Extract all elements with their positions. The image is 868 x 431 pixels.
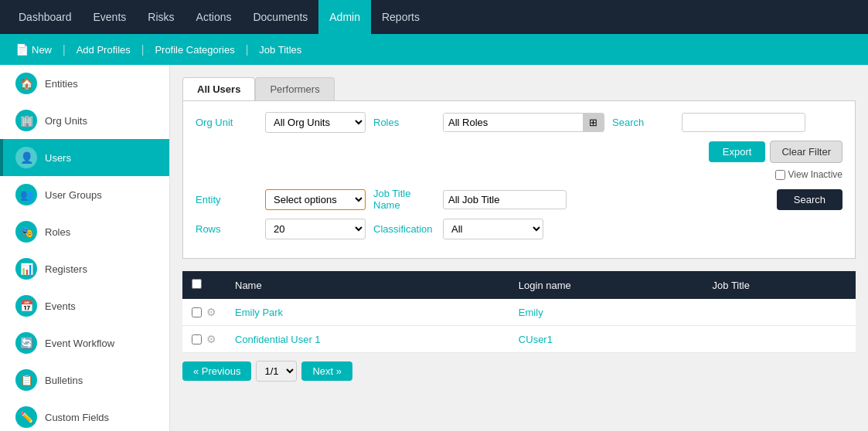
sub-nav-new[interactable]: 📄 New bbox=[9, 43, 58, 56]
select-all-checkbox[interactable] bbox=[192, 279, 202, 289]
row-checkbox-col: ⚙ bbox=[182, 299, 226, 325]
tabs: All Users Performers bbox=[182, 77, 856, 100]
filter-row-2: Entity Select options Job Title Name Sea… bbox=[196, 188, 842, 211]
nav-reports[interactable]: Reports bbox=[371, 0, 431, 34]
table-body: ⚙ Emily Park Emily ⚙ C bbox=[182, 299, 856, 353]
user-link-confidential[interactable]: Confidential User 1 bbox=[235, 334, 321, 345]
org-units-icon: 🏢 bbox=[15, 110, 37, 131]
view-inactive-label: View Inactive bbox=[788, 169, 842, 180]
main-layout: 🏠 Entities 🏢 Org Units 👤 Users 👥 User Gr… bbox=[0, 65, 868, 431]
entity-select[interactable]: Select options bbox=[265, 189, 366, 210]
sidebar-item-bulletins[interactable]: 📋 Bulletins bbox=[0, 361, 169, 399]
filter-panel: Org Unit All Org Units Roles ⊞ Search Ex… bbox=[182, 100, 856, 259]
table-row: ⚙ Emily Park Emily bbox=[182, 299, 856, 326]
data-table: Name Login name Job Title ⚙ Emily Park E… bbox=[182, 271, 856, 353]
sidebar-item-roles[interactable]: 🎭 Roles bbox=[0, 213, 169, 250]
registers-icon: 📊 bbox=[15, 258, 37, 280]
roles-label: Roles bbox=[373, 117, 435, 128]
row-jobtitle-2 bbox=[703, 326, 856, 353]
gear-icon-2[interactable]: ⚙ bbox=[206, 333, 216, 345]
classification-select[interactable]: All bbox=[443, 219, 543, 239]
search-input[interactable] bbox=[682, 113, 805, 132]
nav-documents[interactable]: Documents bbox=[242, 0, 318, 34]
row-checkbox-col-2: ⚙ bbox=[182, 326, 226, 352]
classification-label: Classification bbox=[373, 223, 435, 235]
nav-events[interactable]: Events bbox=[83, 0, 138, 34]
header-name: Name bbox=[226, 271, 509, 299]
nav-risks[interactable]: Risks bbox=[137, 0, 185, 34]
row-name-1: Emily Park bbox=[226, 299, 509, 326]
sidebar-label-roles: Roles bbox=[45, 226, 70, 238]
top-nav: Dashboard Events Risks Actions Documents… bbox=[0, 0, 868, 34]
sidebar-item-events[interactable]: 📅 Events bbox=[0, 287, 169, 324]
filter-row-1: Org Unit All Org Units Roles ⊞ Search Ex… bbox=[196, 112, 842, 180]
sidebar-label-org-units: Org Units bbox=[45, 115, 87, 127]
view-inactive-checkbox[interactable] bbox=[775, 170, 785, 180]
rows-select[interactable]: 20 50 100 bbox=[265, 219, 366, 239]
pagination: « Previous 1/1 Next » bbox=[182, 361, 856, 382]
entity-label: Entity bbox=[196, 194, 257, 205]
tab-all-users[interactable]: All Users bbox=[182, 77, 255, 100]
sidebar-item-user-groups[interactable]: 👥 User Groups bbox=[0, 176, 169, 213]
roles-input[interactable] bbox=[444, 114, 583, 131]
login-link-cuser1[interactable]: CUser1 bbox=[519, 334, 553, 345]
nav-admin[interactable]: Admin bbox=[318, 0, 371, 34]
separator-2: | bbox=[141, 43, 145, 56]
page-select[interactable]: 1/1 bbox=[256, 361, 297, 382]
table-row: ⚙ Confidential User 1 CUser1 bbox=[182, 326, 856, 353]
row-name-2: Confidential User 1 bbox=[226, 326, 509, 353]
gear-icon-1[interactable]: ⚙ bbox=[206, 306, 216, 318]
search-text-label: Search bbox=[612, 117, 674, 128]
content-area: All Users Performers Org Unit All Org Un… bbox=[170, 65, 868, 431]
sidebar: 🏠 Entities 🏢 Org Units 👤 Users 👥 User Gr… bbox=[0, 65, 170, 431]
rows-label: Rows bbox=[196, 223, 257, 235]
roles-picker-button[interactable]: ⊞ bbox=[583, 114, 604, 131]
row-jobtitle-1 bbox=[703, 299, 856, 326]
sidebar-label-events: Events bbox=[45, 300, 76, 312]
filter-actions: Export Clear Filter View Inactive bbox=[709, 141, 842, 180]
view-inactive-row: View Inactive bbox=[775, 169, 842, 180]
clear-filter-button[interactable]: Clear Filter bbox=[770, 141, 842, 163]
sidebar-label-users: Users bbox=[45, 152, 71, 164]
custom-fields-icon: ✏️ bbox=[15, 406, 37, 428]
header-checkbox-col bbox=[182, 271, 226, 299]
sidebar-item-org-units[interactable]: 🏢 Org Units bbox=[0, 102, 169, 139]
next-button[interactable]: Next » bbox=[301, 361, 352, 381]
sidebar-label-user-groups: User Groups bbox=[45, 189, 102, 201]
org-unit-label: Org Unit bbox=[196, 117, 257, 128]
nav-actions[interactable]: Actions bbox=[186, 0, 243, 34]
bulletins-icon: 📋 bbox=[15, 369, 37, 391]
job-title-input[interactable] bbox=[443, 190, 567, 209]
sidebar-label-entities: Entities bbox=[45, 78, 78, 90]
users-icon: 👤 bbox=[15, 147, 37, 168]
row-checkbox-1[interactable] bbox=[192, 307, 202, 317]
row-checkbox-2[interactable] bbox=[192, 334, 202, 344]
header-login: Login name bbox=[509, 271, 703, 299]
job-title-label: Job Title Name bbox=[373, 188, 435, 211]
sidebar-item-event-workflow[interactable]: 🔄 Event Workflow bbox=[0, 324, 169, 361]
sidebar-label-registers: Registers bbox=[45, 263, 87, 275]
search-button[interactable]: Search bbox=[777, 189, 842, 210]
sub-nav-profile-categories[interactable]: Profile Categories bbox=[148, 44, 240, 56]
sidebar-label-event-workflow: Event Workflow bbox=[45, 338, 114, 349]
filter-actions-top: Export Clear Filter bbox=[709, 141, 842, 163]
export-button[interactable]: Export bbox=[709, 141, 766, 162]
sidebar-item-custom-fields[interactable]: ✏️ Custom Fields bbox=[0, 399, 169, 431]
tab-performers[interactable]: Performers bbox=[255, 77, 334, 100]
sidebar-item-users[interactable]: 👤 Users bbox=[0, 139, 169, 176]
prev-button[interactable]: « Previous bbox=[182, 361, 251, 381]
sub-nav-job-titles[interactable]: Job Titles bbox=[253, 44, 308, 56]
sub-nav: 📄 New | Add Profiles | Profile Categorie… bbox=[0, 34, 868, 65]
table-header: Name Login name Job Title bbox=[182, 271, 856, 299]
row-login-1: Emily bbox=[509, 299, 703, 326]
login-link-emily[interactable]: Emily bbox=[519, 307, 543, 318]
nav-dashboard[interactable]: Dashboard bbox=[8, 0, 83, 34]
sidebar-item-entities[interactable]: 🏠 Entities bbox=[0, 65, 169, 102]
user-link-emily[interactable]: Emily Park bbox=[235, 307, 283, 318]
event-workflow-icon: 🔄 bbox=[15, 332, 37, 354]
sidebar-label-bulletins: Bulletins bbox=[45, 375, 83, 386]
sidebar-item-registers[interactable]: 📊 Registers bbox=[0, 250, 169, 287]
separator-1: | bbox=[63, 43, 66, 56]
org-unit-select[interactable]: All Org Units bbox=[265, 112, 366, 133]
sub-nav-add-profiles[interactable]: Add Profiles bbox=[70, 44, 137, 56]
